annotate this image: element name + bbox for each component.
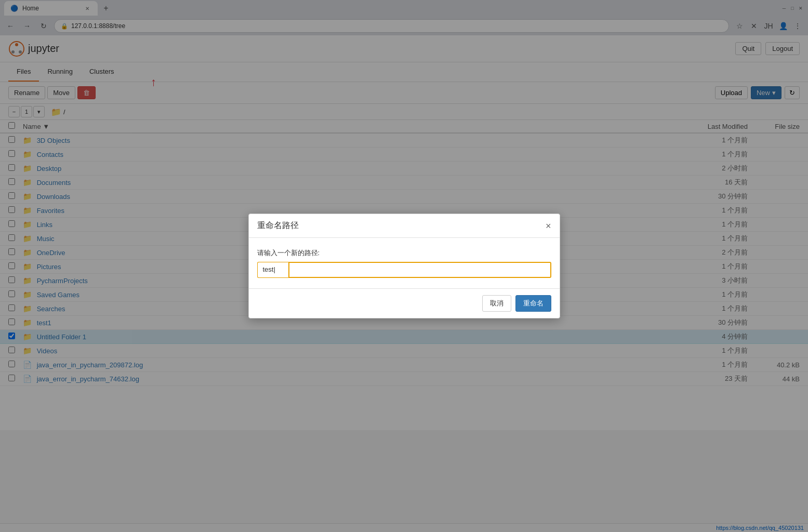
modal-input-row: test| [257,262,551,278]
modal-header: 重命名路径 × [249,214,560,238]
modal-label: 请输入一个新的路径: [257,248,551,258]
modal-footer: 取消 重命名 [249,288,560,318]
modal-title: 重命名路径 [257,220,299,231]
cancel-button[interactable]: 取消 [482,295,511,312]
modal-close-button[interactable]: × [546,221,551,231]
modal-body: 请输入一个新的路径: test| [249,238,560,288]
modal-overlay: 重命名路径 × 请输入一个新的路径: test| 取消 重命名 [0,0,808,430]
modal-rename-input[interactable] [288,262,551,278]
rename-confirm-button[interactable]: 重命名 [515,295,551,312]
modal-input-prefix: test| [257,262,288,278]
rename-modal: 重命名路径 × 请输入一个新的路径: test| 取消 重命名 [248,214,560,318]
